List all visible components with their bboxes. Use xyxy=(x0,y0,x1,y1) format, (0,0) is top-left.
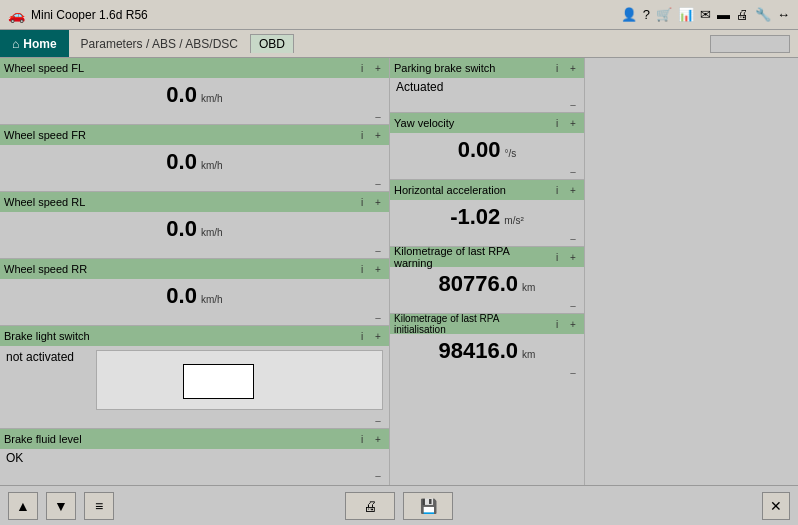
down-arrow-button[interactable]: ▼ xyxy=(46,492,76,520)
wheel-speed-fr-value: 0.0 xyxy=(166,149,197,175)
minus-btn-fr[interactable]: − xyxy=(371,179,385,189)
param-header-icons-brake: i + xyxy=(355,329,385,343)
param-header-icons-parking: i + xyxy=(550,61,580,75)
param-header-wheel-speed-fr: Wheel speed FR i + xyxy=(0,125,389,145)
param-block-parking-brake: Parking brake switch i + Actuated − xyxy=(390,58,584,113)
info-btn-fr[interactable]: i xyxy=(355,128,369,142)
cart-icon[interactable]: 🛒 xyxy=(656,7,672,22)
plus-btn-rr[interactable]: + xyxy=(371,262,385,276)
wheel-speed-fl-value-row: 0.0 km/h xyxy=(0,78,389,110)
info-btn-horiz[interactable]: i xyxy=(550,183,564,197)
param-block-horiz-accel: Horizontal acceleration i + -1.02 m/s² − xyxy=(390,180,584,247)
brake-fluid-label: Brake fluid level xyxy=(4,433,82,445)
param-block-wheel-speed-fl: Wheel speed FL i + 0.0 km/h − xyxy=(0,58,389,125)
toolbar-center: 🖨 💾 xyxy=(345,492,453,520)
info-btn-fl[interactable]: i xyxy=(355,61,369,75)
plus-btn-km-init[interactable]: + xyxy=(566,317,580,331)
plus-btn-fl[interactable]: + xyxy=(371,61,385,75)
car-icon: 🚗 xyxy=(8,7,25,23)
print-icon-title[interactable]: 🖨 xyxy=(736,7,749,22)
search-input[interactable] xyxy=(710,35,790,53)
wheel-speed-rr-value: 0.0 xyxy=(166,283,197,309)
param-header-icons-fluid: i + xyxy=(355,432,385,446)
param-header-km-rpa-init: Kilometrage of last RPA initialisation i… xyxy=(390,314,584,334)
close-icon: ✕ xyxy=(770,498,782,514)
wheel-speed-fl-minus-bar: − xyxy=(0,110,389,124)
yaw-label: Yaw velocity xyxy=(394,117,454,129)
info-btn-parking[interactable]: i xyxy=(550,61,564,75)
list-button[interactable]: ≡ xyxy=(84,492,114,520)
param-header-brake-light: Brake light switch i + xyxy=(0,326,389,346)
help-icon[interactable]: ? xyxy=(643,7,650,22)
horiz-accel-unit: m/s² xyxy=(504,215,523,230)
plus-btn-fr[interactable]: + xyxy=(371,128,385,142)
home-nav[interactable]: ⌂ Home xyxy=(0,30,69,57)
chart-icon[interactable]: 📊 xyxy=(678,7,694,22)
arrows-icon[interactable]: ↔ xyxy=(777,7,790,22)
parking-brake-value: Actuated xyxy=(390,78,584,98)
param-block-brake-fluid: Brake fluid level i + OK − xyxy=(0,429,389,483)
param-header-horiz-accel: Horizontal acceleration i + xyxy=(390,180,584,200)
plus-btn-km-warn[interactable]: + xyxy=(566,250,580,264)
plus-btn-parking[interactable]: + xyxy=(566,61,580,75)
title-bar: 🚗 Mini Cooper 1.6d R56 👤 ? 🛒 📊 ✉ ▬ 🖨 🔧 ↔ xyxy=(0,0,798,30)
minus-btn-horiz[interactable]: − xyxy=(566,234,580,244)
print-button[interactable]: 🖨 xyxy=(345,492,395,520)
up-arrow-button[interactable]: ▲ xyxy=(8,492,38,520)
obd-tab[interactable]: OBD xyxy=(250,34,294,53)
minus-btn-rr[interactable]: − xyxy=(371,313,385,323)
close-button[interactable]: ✕ xyxy=(762,492,790,520)
wheel-speed-rl-value-row: 0.0 km/h xyxy=(0,212,389,244)
brake-light-label: Brake light switch xyxy=(4,330,90,342)
param-header-icons-horiz: i + xyxy=(550,183,580,197)
minus-btn-fluid[interactable]: − xyxy=(371,471,385,481)
plus-btn-brake[interactable]: + xyxy=(371,329,385,343)
param-block-km-rpa-init: Kilometrage of last RPA initialisation i… xyxy=(390,314,584,380)
horiz-accel-value: -1.02 xyxy=(450,204,500,230)
nav-bar: ⌂ Home Parameters / ABS / ABS/DSC OBD xyxy=(0,30,798,58)
wheel-speed-rr-value-row: 0.0 km/h xyxy=(0,279,389,311)
param-header-icons-yaw: i + xyxy=(550,116,580,130)
print-icon: 🖨 xyxy=(363,498,377,514)
wheel-speed-rl-label: Wheel speed RL xyxy=(4,196,85,208)
info-btn-rr[interactable]: i xyxy=(355,262,369,276)
km-rpa-init-minus-bar: − xyxy=(390,366,584,380)
plus-btn-horiz[interactable]: + xyxy=(566,183,580,197)
wheel-speed-fl-value: 0.0 xyxy=(166,82,197,108)
minus-btn-rl[interactable]: − xyxy=(371,246,385,256)
info-btn-brake[interactable]: i xyxy=(355,329,369,343)
plus-btn-rl[interactable]: + xyxy=(371,195,385,209)
param-header-wheel-speed-rr: Wheel speed RR i + xyxy=(0,259,389,279)
save-icon: 💾 xyxy=(420,498,437,514)
minus-btn-fl[interactable]: − xyxy=(371,112,385,122)
param-block-brake-light-switch: Brake light switch i + not activated − xyxy=(0,326,389,429)
mail-icon[interactable]: ✉ xyxy=(700,7,711,22)
main-content: Wheel speed FL i + 0.0 km/h − Wheel spee… xyxy=(0,58,798,485)
info-btn-km-warn[interactable]: i xyxy=(550,250,564,264)
info-btn-km-init[interactable]: i xyxy=(550,317,564,331)
bottom-toolbar: ▲ ▼ ≡ 🖨 💾 ✕ xyxy=(0,485,798,525)
plus-btn-yaw[interactable]: + xyxy=(566,116,580,130)
save-button[interactable]: 💾 xyxy=(403,492,453,520)
km-rpa-init-label: Kilometrage of last RPA initialisation xyxy=(394,313,550,335)
left-panel: Wheel speed FL i + 0.0 km/h − Wheel spee… xyxy=(0,58,390,485)
plus-btn-fluid[interactable]: + xyxy=(371,432,385,446)
minus-btn-yaw[interactable]: − xyxy=(566,167,580,177)
info-btn-fluid[interactable]: i xyxy=(355,432,369,446)
minus-btn-parking[interactable]: − xyxy=(566,100,580,110)
wheel-speed-fl-label: Wheel speed FL xyxy=(4,62,84,74)
home-label: Home xyxy=(23,37,56,51)
battery-icon[interactable]: ▬ xyxy=(717,7,730,22)
user-icon[interactable]: 👤 xyxy=(621,7,637,22)
horiz-accel-minus-bar: − xyxy=(390,232,584,246)
home-icon: ⌂ xyxy=(12,37,19,51)
minus-btn-km-warn[interactable]: − xyxy=(566,301,580,311)
minus-btn-km-init[interactable]: − xyxy=(566,368,580,378)
wheel-speed-rl-minus-bar: − xyxy=(0,244,389,258)
wrench-icon[interactable]: 🔧 xyxy=(755,7,771,22)
info-btn-yaw[interactable]: i xyxy=(550,116,564,130)
wheel-speed-fl-unit: km/h xyxy=(201,93,223,108)
param-header-parking-brake: Parking brake switch i + xyxy=(390,58,584,78)
info-btn-rl[interactable]: i xyxy=(355,195,369,209)
minus-btn-brake[interactable]: − xyxy=(371,416,385,426)
